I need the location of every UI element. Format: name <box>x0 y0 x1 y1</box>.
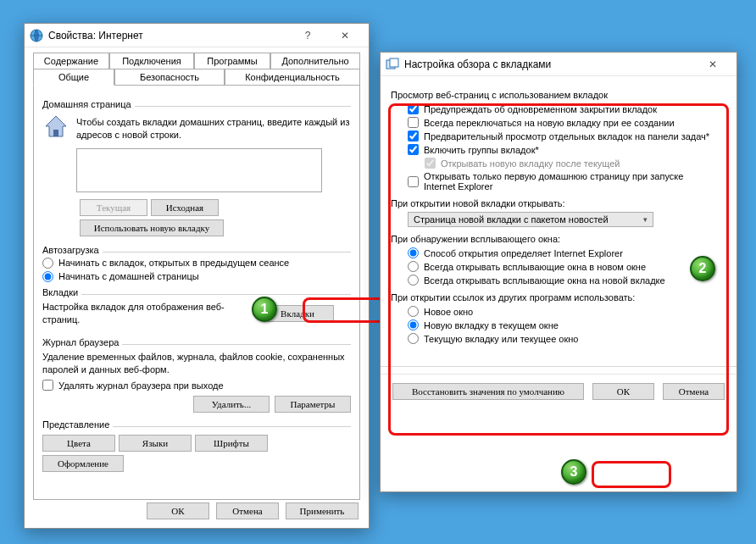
taskbar-previews-check[interactable]: Предварительный просмотр отдельных вклад… <box>408 130 726 142</box>
newtab-page-dropdown[interactable]: Страница новой вкладки с пакетом новосте… <box>408 212 653 227</box>
titlebar[interactable]: Свойства: Интернет ? ✕ <box>25 24 369 47</box>
tabs-settings-button[interactable]: Вкладки <box>261 305 334 322</box>
tab-privacy[interactable]: Конфиденциальность <box>225 69 360 86</box>
history-settings-button[interactable]: Параметры <box>275 396 351 413</box>
radio-label: Всегда открывать всплывающие окна на нов… <box>424 275 665 286</box>
open-first-homepage-check[interactable]: Открывать только первую домашнюю страниц… <box>408 171 726 192</box>
chevron-down-icon: ▾ <box>643 215 648 224</box>
section-startup: Автозагрузка <box>42 245 103 255</box>
apply-button[interactable]: Применить <box>286 502 359 519</box>
enable-tab-groups-check[interactable]: Включить группы вкладок* <box>408 144 726 155</box>
dropdown-value: Страница новой вкладки с пакетом новосте… <box>414 214 609 225</box>
group-newtab-opens: При открытии новой вкладки открывать: <box>391 198 726 208</box>
close-button[interactable]: ✕ <box>326 25 364 47</box>
group-tabbed-browsing: Просмотр веб-страниц с использованием вк… <box>391 90 726 100</box>
ok-button[interactable]: ОК <box>592 383 654 400</box>
popup-new-tab-radio[interactable]: Всегда открывать всплывающие окна на нов… <box>408 275 726 286</box>
check-label: Включить группы вкладок* <box>424 145 539 155</box>
warn-close-multiple-check[interactable]: Предупреждать об одновременном закрытии … <box>408 103 726 114</box>
check-label: Предупреждать об одновременном закрытии … <box>424 104 657 114</box>
switch-to-newtab-check[interactable]: Всегда переключаться на новую вкладку пр… <box>408 117 726 128</box>
history-delete-button[interactable]: Удалить... <box>193 396 270 413</box>
radio-label: Новое окно <box>424 307 473 317</box>
radio-label: Начинать с вкладок, открытых в предыдуще… <box>58 258 289 268</box>
window-title: Свойства: Интернет <box>48 30 143 42</box>
section-tabs: Вкладки <box>42 287 81 297</box>
use-current-button: Текущая <box>80 199 147 216</box>
group-external-links: При открытии ссылок из других программ и… <box>391 292 726 303</box>
tabs-icon <box>386 58 399 71</box>
window-title: Настройка обзора с вкладками <box>404 58 551 70</box>
tab-connections[interactable]: Подключения <box>109 53 194 69</box>
open-after-current-check: Открывать новую вкладку после текущей <box>425 158 726 169</box>
check-label: Открывать новую вкладку после текущей <box>441 158 620 169</box>
section-appearance: Представление <box>42 419 113 430</box>
section-homepage: Домашняя страница <box>42 99 135 109</box>
check-label: Открывать только первую домашнюю страниц… <box>424 171 712 192</box>
tab-content[interactable]: Содержание <box>33 53 109 69</box>
radio-label: Всегда открывать всплывающие окна в ново… <box>424 262 646 272</box>
section-history: Журнал браузера <box>42 337 122 347</box>
titlebar[interactable]: Настройка обзора с вкладками ✕ <box>381 53 737 76</box>
extern-new-tab-radio[interactable]: Новую вкладку в текущем окне <box>408 319 726 330</box>
startup-lastsession-radio[interactable]: Начинать с вкладок, открытых в предыдуще… <box>42 258 351 269</box>
tab-advanced[interactable]: Дополнительно <box>270 53 360 69</box>
tab-general[interactable]: Общие <box>33 69 114 86</box>
cancel-button[interactable]: Отмена <box>216 502 279 519</box>
check-label: Предварительный просмотр отдельных вклад… <box>424 131 709 142</box>
radio-label: Способ открытия определяет Internet Expl… <box>424 248 623 258</box>
internet-properties-window: Свойства: Интернет ? ✕ Содержание Подклю… <box>24 23 370 529</box>
check-label: Удалять журнал браузера при выходе <box>58 380 224 391</box>
svg-rect-4 <box>390 58 398 67</box>
group-popup: При обнаружении всплывающего окна: <box>391 234 726 244</box>
tab-programs[interactable]: Программы <box>194 53 270 69</box>
home-icon <box>42 113 69 140</box>
languages-button[interactable]: Языки <box>119 435 192 452</box>
tabs-text: Настройка вкладок для отображения веб-ст… <box>42 301 254 326</box>
homepage-hint: Чтобы создать вкладки домашних страниц, … <box>76 116 351 142</box>
colors-button[interactable]: Цвета <box>42 435 115 452</box>
tab-security[interactable]: Безопасность <box>114 69 225 86</box>
use-default-button[interactable]: Исходная <box>151 199 219 216</box>
radio-label: Новую вкладку в текущем окне <box>424 320 559 330</box>
check-label: Всегда переключаться на новую вкладку пр… <box>424 118 675 128</box>
extern-current-tab-radio[interactable]: Текущую вкладку или текущее окно <box>408 333 726 344</box>
use-newtab-button[interactable]: Использовать новую вкладку <box>80 219 224 236</box>
fonts-button[interactable]: Шрифты <box>195 435 268 452</box>
close-button[interactable]: ✕ <box>694 53 731 75</box>
ok-button[interactable]: ОК <box>147 502 209 519</box>
help-button[interactable]: ? <box>289 25 326 47</box>
startup-homepage-radio[interactable]: Начинать с домашней страницы <box>42 271 351 282</box>
popup-ie-decides-radio[interactable]: Способ открытия определяет Internet Expl… <box>408 247 726 258</box>
radio-label: Текущую вкладку или текущее окно <box>424 334 578 344</box>
history-text: Удаление временных файлов, журнала, файл… <box>42 351 351 376</box>
history-delete-onexit-check[interactable]: Удалять журнал браузера при выходе <box>42 380 351 391</box>
extern-new-window-radio[interactable]: Новое окно <box>408 306 726 317</box>
svg-rect-2 <box>53 130 58 136</box>
accessibility-button[interactable]: Оформление <box>42 455 124 472</box>
globe-icon <box>30 29 43 42</box>
cancel-button[interactable]: Отмена <box>663 383 725 400</box>
popup-new-window-radio[interactable]: Всегда открывать всплывающие окна в ново… <box>408 261 726 272</box>
radio-label: Начинать с домашней страницы <box>58 271 199 281</box>
homepage-address-input[interactable] <box>76 148 322 192</box>
restore-defaults-button[interactable]: Восстановить значения по умолчанию <box>392 383 584 400</box>
tabbed-browsing-settings-window: Настройка обзора с вкладками ✕ Просмотр … <box>380 52 737 492</box>
